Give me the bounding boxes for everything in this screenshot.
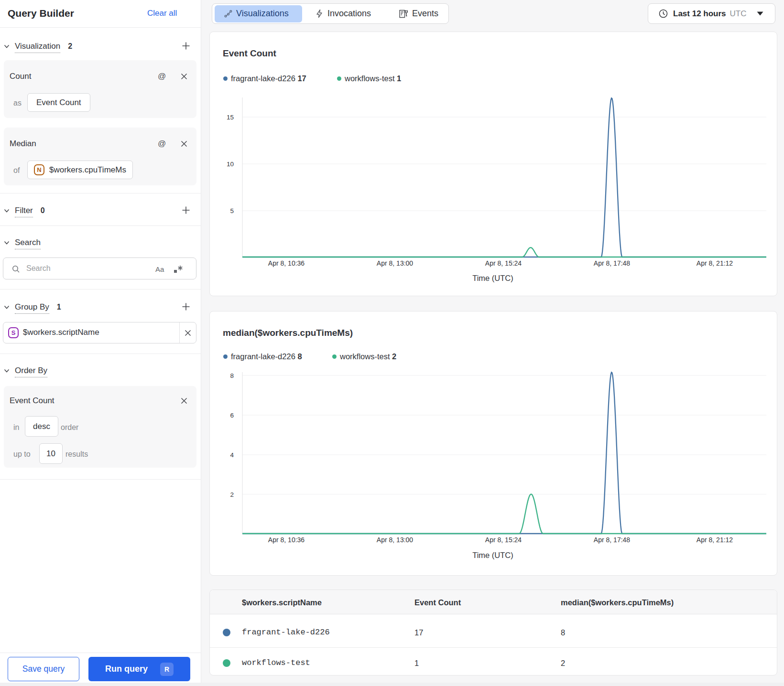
svg-text:Apr 8, 10:36: Apr 8, 10:36 [268,259,305,267]
svg-text:Apr 8, 15:24: Apr 8, 15:24 [485,259,522,267]
svg-text:2: 2 [230,491,234,498]
svg-text:Apr 8, 21:12: Apr 8, 21:12 [697,259,733,267]
svg-text:Apr 8, 21:12: Apr 8, 21:12 [697,536,733,544]
svg-text:Time (UTC): Time (UTC) [472,551,513,559]
svg-text:8: 8 [230,372,234,379]
svg-text:10: 10 [227,161,234,168]
svg-text:Apr 8, 15:24: Apr 8, 15:24 [485,536,522,544]
svg-text:Time (UTC): Time (UTC) [472,274,513,282]
svg-text:15: 15 [227,114,234,121]
svg-text:6: 6 [230,412,234,419]
svg-text:4: 4 [230,451,234,459]
svg-text:Apr 8, 13:00: Apr 8, 13:00 [377,536,413,544]
svg-text:Apr 8, 13:00: Apr 8, 13:00 [377,259,413,267]
svg-text:5: 5 [230,207,234,214]
svg-text:Apr 8, 17:48: Apr 8, 17:48 [594,536,630,544]
svg-text:Apr 8, 17:48: Apr 8, 17:48 [594,259,630,267]
svg-text:Apr 8, 10:36: Apr 8, 10:36 [268,536,305,544]
